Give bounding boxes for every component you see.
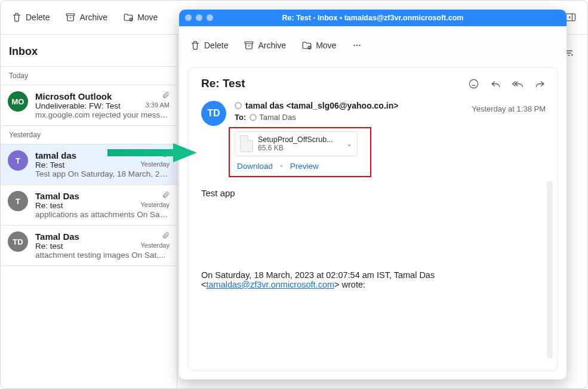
archive-icon <box>244 40 254 51</box>
chevron-down-icon[interactable]: ⌄ <box>346 140 352 148</box>
label: Delete <box>26 13 50 22</box>
svg-rect-2 <box>567 14 575 21</box>
message-subject: Re: Test <box>201 77 245 90</box>
trash-icon <box>11 12 22 23</box>
message-row[interactable]: T Tamal Das Re: test applications as att… <box>1 185 177 226</box>
label: Archive <box>258 41 286 50</box>
timestamp: Yesterday <box>140 242 170 249</box>
annotation-callout: SetupProd_OffScrub... 65.6 KB ⌄ Download… <box>229 127 371 177</box>
message-row[interactable]: MO Microsoft Outlook Undeliverable: FW: … <box>1 85 177 126</box>
minimize-dot[interactable] <box>196 14 202 21</box>
archive-button[interactable]: Archive <box>244 40 286 51</box>
label: Move <box>316 41 336 50</box>
message-header: Re: Test <box>201 77 546 90</box>
move-button[interactable]: Move <box>301 40 336 51</box>
received-time: Yesterday at 1:38 PM <box>472 104 546 113</box>
attachment-icon <box>140 191 170 200</box>
forward-icon[interactable] <box>534 78 546 89</box>
more-icon[interactable] <box>352 40 362 51</box>
move-folder-icon <box>301 40 312 51</box>
archive-icon <box>65 12 76 23</box>
presence-icon <box>250 114 257 121</box>
section-header-today: Today <box>1 67 177 85</box>
reply-all-icon[interactable] <box>512 78 524 89</box>
quote-text-after: > wrote: <box>334 280 365 289</box>
svg-point-8 <box>469 79 478 88</box>
attachment-size: 65.6 KB <box>258 144 341 152</box>
presence-icon <box>235 102 242 109</box>
quoted-email-link[interactable]: tamaldas@zf3vr.onmicrosoft.com <box>206 280 334 289</box>
svg-point-5 <box>354 45 355 46</box>
preview-text: mx.google.com rejected your messa... <box>35 110 168 119</box>
delete-button[interactable]: Delete <box>11 12 50 23</box>
preview-text: attachment testing images On Sat,... <box>35 251 168 260</box>
to-label: To: <box>235 113 246 122</box>
section-header-yesterday: Yesterday <box>1 126 177 144</box>
attachment-icon <box>146 91 170 100</box>
move-button[interactable]: Move <box>123 12 158 23</box>
react-icon[interactable] <box>468 78 479 89</box>
delete-button[interactable]: Delete <box>190 40 228 51</box>
separator: • <box>280 162 283 171</box>
message-content: Re: Test TD tama <box>187 67 558 371</box>
sender-display: tamal das <tamal_slg06@yahoo.co.in> <box>245 101 398 110</box>
message-window: Re: Test - Inbox • tamaldas@zf3vr.onmicr… <box>179 10 567 379</box>
label: Archive <box>79 13 107 22</box>
svg-rect-0 <box>67 14 75 16</box>
preview-text: Test app On Saturday, 18 March, 20... <box>35 169 168 178</box>
preview-link[interactable]: Preview <box>290 162 319 171</box>
zoom-dot[interactable] <box>207 14 213 21</box>
svg-rect-3 <box>245 42 254 44</box>
folder-title: Inbox <box>1 35 177 67</box>
attachment-name: SetupProd_OffScrub... <box>258 135 341 144</box>
close-dot[interactable] <box>185 14 192 21</box>
reply-icon[interactable] <box>490 78 501 89</box>
svg-point-7 <box>359 45 361 46</box>
timestamp: 3:39 AM <box>146 101 170 109</box>
trash-icon <box>190 40 201 51</box>
avatar: TD <box>201 101 226 126</box>
download-link[interactable]: Download <box>237 162 273 171</box>
timestamp: Yesterday <box>140 201 170 208</box>
panel-toggle-icon[interactable] <box>565 11 577 23</box>
timestamp: Yesterday <box>140 160 170 168</box>
svg-point-6 <box>356 45 358 46</box>
avatar: T <box>8 150 28 171</box>
window-titlebar[interactable]: Re: Test - Inbox • tamaldas@zf3vr.onmicr… <box>179 10 567 26</box>
avatar: TD <box>8 231 28 252</box>
label: Delete <box>204 41 228 50</box>
message-row[interactable]: T tamal das Re: Test Test app On Saturda… <box>1 144 177 185</box>
message-toolbar: Delete Archive Move <box>179 26 567 64</box>
message-list: Inbox Today MO Microsoft Outlook Undeliv… <box>1 35 177 389</box>
avatar: T <box>8 191 28 211</box>
avatar: MO <box>8 91 28 112</box>
window-controls[interactable] <box>185 14 213 21</box>
to-contact-chip[interactable]: Tamal Das <box>250 113 295 122</box>
scrollbar[interactable] <box>547 181 553 359</box>
preview-text: applications as attachments On Sat,... <box>35 210 168 219</box>
message-row[interactable]: TD Tamal Das Re: test attachment testing… <box>1 226 177 266</box>
file-icon <box>240 135 253 152</box>
move-folder-icon <box>123 12 134 23</box>
quoted-header: On Saturday, 18 March, 2023 at 02:07:54 … <box>201 270 511 289</box>
label: Move <box>137 13 158 22</box>
message-body: Test app <box>201 187 511 200</box>
window-title: Re: Test - Inbox • tamaldas@zf3vr.onmicr… <box>282 14 464 22</box>
attachment-card[interactable]: SetupProd_OffScrub... 65.6 KB ⌄ <box>235 131 358 156</box>
attachment-icon <box>140 231 170 240</box>
attachment-icon <box>140 150 170 159</box>
to-name: Tamal Das <box>259 113 295 122</box>
archive-button[interactable]: Archive <box>65 12 107 23</box>
